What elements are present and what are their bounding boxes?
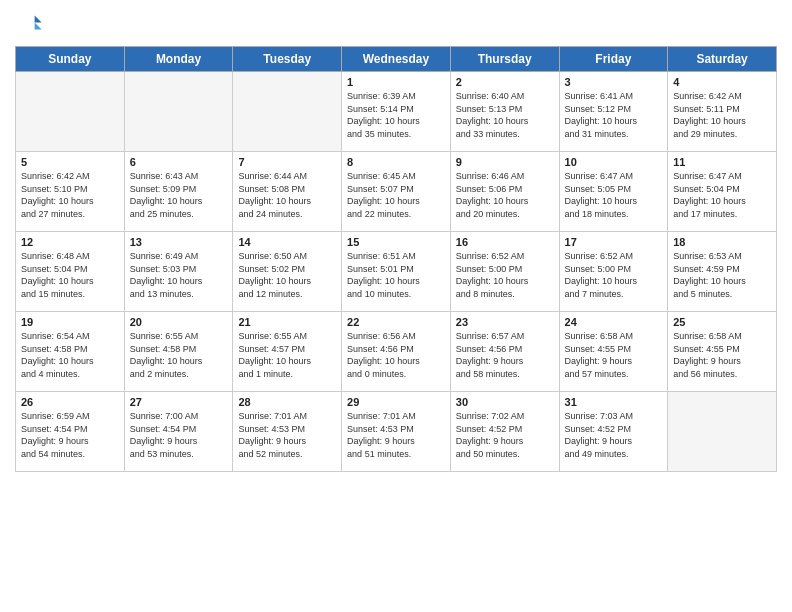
calendar-cell: 23Sunrise: 6:57 AM Sunset: 4:56 PM Dayli… [450, 312, 559, 392]
calendar-cell: 18Sunrise: 6:53 AM Sunset: 4:59 PM Dayli… [668, 232, 777, 312]
day-number: 21 [238, 316, 336, 328]
day-number: 10 [565, 156, 663, 168]
day-number: 18 [673, 236, 771, 248]
calendar-cell: 10Sunrise: 6:47 AM Sunset: 5:05 PM Dayli… [559, 152, 668, 232]
day-number: 3 [565, 76, 663, 88]
calendar-cell: 4Sunrise: 6:42 AM Sunset: 5:11 PM Daylig… [668, 72, 777, 152]
day-header-monday: Monday [124, 47, 233, 72]
calendar-cell: 29Sunrise: 7:01 AM Sunset: 4:53 PM Dayli… [342, 392, 451, 472]
day-number: 16 [456, 236, 554, 248]
day-number: 27 [130, 396, 228, 408]
day-number: 14 [238, 236, 336, 248]
calendar-cell: 15Sunrise: 6:51 AM Sunset: 5:01 PM Dayli… [342, 232, 451, 312]
cell-info: Sunrise: 6:58 AM Sunset: 4:55 PM Dayligh… [565, 330, 663, 380]
cell-info: Sunrise: 6:57 AM Sunset: 4:56 PM Dayligh… [456, 330, 554, 380]
calendar-cell: 13Sunrise: 6:49 AM Sunset: 5:03 PM Dayli… [124, 232, 233, 312]
calendar-cell: 16Sunrise: 6:52 AM Sunset: 5:00 PM Dayli… [450, 232, 559, 312]
cell-info: Sunrise: 6:54 AM Sunset: 4:58 PM Dayligh… [21, 330, 119, 380]
page: SundayMondayTuesdayWednesdayThursdayFrid… [0, 0, 792, 612]
cell-info: Sunrise: 7:00 AM Sunset: 4:54 PM Dayligh… [130, 410, 228, 460]
calendar-cell: 31Sunrise: 7:03 AM Sunset: 4:52 PM Dayli… [559, 392, 668, 472]
day-number: 23 [456, 316, 554, 328]
calendar-cell [668, 392, 777, 472]
header [15, 10, 777, 38]
day-number: 19 [21, 316, 119, 328]
calendar-cell: 27Sunrise: 7:00 AM Sunset: 4:54 PM Dayli… [124, 392, 233, 472]
day-number: 29 [347, 396, 445, 408]
calendar-cell [124, 72, 233, 152]
cell-info: Sunrise: 7:01 AM Sunset: 4:53 PM Dayligh… [347, 410, 445, 460]
cell-info: Sunrise: 7:02 AM Sunset: 4:52 PM Dayligh… [456, 410, 554, 460]
day-number: 24 [565, 316, 663, 328]
day-number: 1 [347, 76, 445, 88]
calendar-cell: 19Sunrise: 6:54 AM Sunset: 4:58 PM Dayli… [16, 312, 125, 392]
cell-info: Sunrise: 6:49 AM Sunset: 5:03 PM Dayligh… [130, 250, 228, 300]
calendar-cell: 1Sunrise: 6:39 AM Sunset: 5:14 PM Daylig… [342, 72, 451, 152]
day-header-saturday: Saturday [668, 47, 777, 72]
day-number: 6 [130, 156, 228, 168]
week-row-4: 19Sunrise: 6:54 AM Sunset: 4:58 PM Dayli… [16, 312, 777, 392]
calendar-cell: 24Sunrise: 6:58 AM Sunset: 4:55 PM Dayli… [559, 312, 668, 392]
logo-icon [15, 10, 43, 38]
day-header-wednesday: Wednesday [342, 47, 451, 72]
svg-marker-1 [35, 23, 42, 30]
cell-info: Sunrise: 6:41 AM Sunset: 5:12 PM Dayligh… [565, 90, 663, 140]
day-number: 7 [238, 156, 336, 168]
calendar-cell: 7Sunrise: 6:44 AM Sunset: 5:08 PM Daylig… [233, 152, 342, 232]
day-number: 17 [565, 236, 663, 248]
calendar-cell: 5Sunrise: 6:42 AM Sunset: 5:10 PM Daylig… [16, 152, 125, 232]
day-number: 13 [130, 236, 228, 248]
cell-info: Sunrise: 6:40 AM Sunset: 5:13 PM Dayligh… [456, 90, 554, 140]
day-header-sunday: Sunday [16, 47, 125, 72]
day-header-thursday: Thursday [450, 47, 559, 72]
calendar-cell: 17Sunrise: 6:52 AM Sunset: 5:00 PM Dayli… [559, 232, 668, 312]
cell-info: Sunrise: 6:48 AM Sunset: 5:04 PM Dayligh… [21, 250, 119, 300]
calendar-cell: 6Sunrise: 6:43 AM Sunset: 5:09 PM Daylig… [124, 152, 233, 232]
cell-info: Sunrise: 6:58 AM Sunset: 4:55 PM Dayligh… [673, 330, 771, 380]
calendar-cell: 2Sunrise: 6:40 AM Sunset: 5:13 PM Daylig… [450, 72, 559, 152]
cell-info: Sunrise: 6:44 AM Sunset: 5:08 PM Dayligh… [238, 170, 336, 220]
cell-info: Sunrise: 6:46 AM Sunset: 5:06 PM Dayligh… [456, 170, 554, 220]
cell-info: Sunrise: 6:56 AM Sunset: 4:56 PM Dayligh… [347, 330, 445, 380]
day-number: 4 [673, 76, 771, 88]
day-number: 2 [456, 76, 554, 88]
cell-info: Sunrise: 6:47 AM Sunset: 5:04 PM Dayligh… [673, 170, 771, 220]
calendar-cell [233, 72, 342, 152]
day-number: 11 [673, 156, 771, 168]
calendar-cell: 11Sunrise: 6:47 AM Sunset: 5:04 PM Dayli… [668, 152, 777, 232]
header-row: SundayMondayTuesdayWednesdayThursdayFrid… [16, 47, 777, 72]
cell-info: Sunrise: 6:42 AM Sunset: 5:10 PM Dayligh… [21, 170, 119, 220]
day-number: 30 [456, 396, 554, 408]
calendar-cell: 9Sunrise: 6:46 AM Sunset: 5:06 PM Daylig… [450, 152, 559, 232]
day-number: 28 [238, 396, 336, 408]
week-row-5: 26Sunrise: 6:59 AM Sunset: 4:54 PM Dayli… [16, 392, 777, 472]
calendar-cell: 21Sunrise: 6:55 AM Sunset: 4:57 PM Dayli… [233, 312, 342, 392]
cell-info: Sunrise: 7:01 AM Sunset: 4:53 PM Dayligh… [238, 410, 336, 460]
day-header-friday: Friday [559, 47, 668, 72]
calendar-cell: 30Sunrise: 7:02 AM Sunset: 4:52 PM Dayli… [450, 392, 559, 472]
day-number: 22 [347, 316, 445, 328]
day-number: 12 [21, 236, 119, 248]
cell-info: Sunrise: 6:55 AM Sunset: 4:58 PM Dayligh… [130, 330, 228, 380]
cell-info: Sunrise: 6:39 AM Sunset: 5:14 PM Dayligh… [347, 90, 445, 140]
cell-info: Sunrise: 6:52 AM Sunset: 5:00 PM Dayligh… [565, 250, 663, 300]
day-number: 8 [347, 156, 445, 168]
calendar-cell: 20Sunrise: 6:55 AM Sunset: 4:58 PM Dayli… [124, 312, 233, 392]
day-number: 20 [130, 316, 228, 328]
cell-info: Sunrise: 6:43 AM Sunset: 5:09 PM Dayligh… [130, 170, 228, 220]
svg-marker-0 [35, 16, 42, 23]
week-row-1: 1Sunrise: 6:39 AM Sunset: 5:14 PM Daylig… [16, 72, 777, 152]
day-header-tuesday: Tuesday [233, 47, 342, 72]
calendar-cell: 12Sunrise: 6:48 AM Sunset: 5:04 PM Dayli… [16, 232, 125, 312]
logo [15, 10, 47, 38]
day-number: 25 [673, 316, 771, 328]
calendar-table: SundayMondayTuesdayWednesdayThursdayFrid… [15, 46, 777, 472]
calendar-cell: 8Sunrise: 6:45 AM Sunset: 5:07 PM Daylig… [342, 152, 451, 232]
cell-info: Sunrise: 6:55 AM Sunset: 4:57 PM Dayligh… [238, 330, 336, 380]
day-number: 26 [21, 396, 119, 408]
cell-info: Sunrise: 6:47 AM Sunset: 5:05 PM Dayligh… [565, 170, 663, 220]
day-number: 5 [21, 156, 119, 168]
cell-info: Sunrise: 6:51 AM Sunset: 5:01 PM Dayligh… [347, 250, 445, 300]
calendar-cell: 28Sunrise: 7:01 AM Sunset: 4:53 PM Dayli… [233, 392, 342, 472]
calendar-cell [16, 72, 125, 152]
